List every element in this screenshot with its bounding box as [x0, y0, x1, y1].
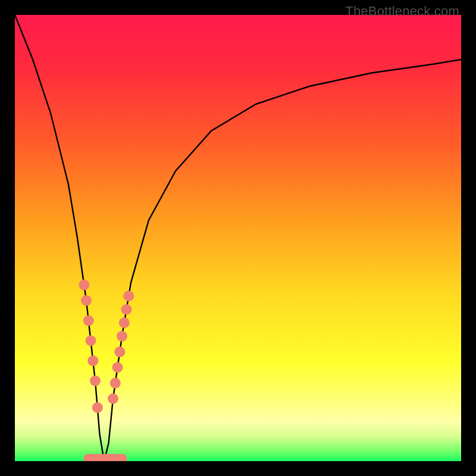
data-point	[121, 304, 132, 315]
chart-svg	[15, 15, 461, 461]
plot-area	[15, 15, 461, 461]
data-point	[112, 362, 123, 373]
data-point	[83, 315, 94, 326]
data-point	[90, 375, 101, 386]
data-point	[114, 346, 125, 357]
gradient-background	[15, 15, 461, 461]
data-point	[87, 355, 98, 366]
data-point	[108, 393, 118, 404]
data-point	[110, 378, 121, 389]
watermark-text: TheBottleneck.com	[345, 4, 459, 19]
data-point	[79, 280, 89, 290]
outer-frame: TheBottleneck.com	[0, 0, 476, 476]
data-point	[92, 402, 103, 413]
data-point	[123, 291, 134, 302]
data-point	[86, 336, 96, 346]
data-point	[119, 318, 130, 328]
data-point	[81, 295, 92, 306]
data-point	[117, 331, 127, 342]
